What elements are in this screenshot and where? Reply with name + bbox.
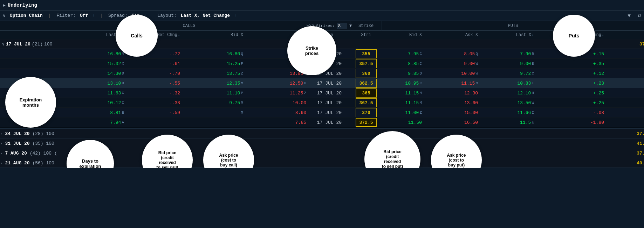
- ask-x-put: 16.50: [424, 117, 480, 127]
- expiry-pct-7aug: 37.94% (±38.028): [606, 148, 644, 158]
- expiry-cell-31jul[interactable]: › 31 JUL 20 (35) 100: [0, 141, 70, 146]
- layout-value[interactable]: Last X, Net Change: [181, 13, 230, 18]
- dropdown-icon[interactable]: ▼: [628, 13, 631, 19]
- option-chain-arrow[interactable]: ∨: [3, 13, 6, 19]
- ask-x-put: 9.00W: [424, 59, 480, 69]
- last-x-call: 8.81E: [70, 108, 126, 117]
- expiry-bid-puts: [382, 39, 424, 49]
- bid-x-put: 10.95C: [382, 78, 424, 88]
- strike-col: 367.5: [350, 98, 382, 108]
- window-icon[interactable]: ⧉: [638, 13, 641, 19]
- expiry-expand-arrow[interactable]: ∨: [2, 42, 5, 47]
- strikes-input[interactable]: [337, 23, 347, 29]
- expiry-days: (21): [32, 42, 43, 47]
- col-bid-x-puts[interactable]: Bid X: [382, 31, 424, 39]
- ask-x-put: 8.05Q: [424, 49, 480, 59]
- col-bid-x-calls[interactable]: Bid X: [182, 31, 245, 39]
- last-x-put: 7.90B: [480, 49, 536, 59]
- expiry-strikes-7aug: 100 (: [43, 151, 57, 156]
- net-chng-put: -.08: [536, 108, 606, 117]
- col-strike: Stri: [350, 31, 382, 39]
- strike-col: 357.5: [350, 59, 382, 69]
- expiry-expand-arrow-21aug[interactable]: ›: [0, 161, 2, 165]
- header-expand-arrow[interactable]: ▶: [3, 2, 6, 8]
- tooltip-puts: Puts: [553, 15, 595, 57]
- empty: [308, 148, 350, 158]
- expiry-expand-arrow-31jul[interactable]: ›: [0, 142, 2, 146]
- expiry-date-31jul: 31 JUL 20: [5, 141, 29, 146]
- empty: [536, 129, 606, 138]
- ask-x-call: 7.85: [245, 117, 308, 127]
- last-x-put: 10.83E: [480, 78, 536, 88]
- last-x-call: 14.30D: [70, 69, 126, 78]
- expiry-strikes: 100: [44, 42, 52, 47]
- expiry-expand-arrow-7aug[interactable]: ›: [0, 151, 2, 156]
- net-chng-call: -.59: [126, 108, 182, 117]
- expiry-strikes-31jul: 100: [46, 141, 54, 146]
- exp-col: 17 JUL 20: [308, 88, 350, 98]
- last-x-call: 10.12C: [70, 98, 126, 108]
- ask-x-call: 10.00: [245, 98, 308, 108]
- net-chng-put: +.12: [536, 69, 606, 78]
- expiry-expand-arrow-24jul[interactable]: ›: [0, 132, 2, 136]
- bid-x-put: 11.50: [382, 117, 424, 127]
- empty: [245, 148, 308, 158]
- empty: [245, 129, 308, 138]
- expiry-cell-24jul[interactable]: › 24 JUL 20 (28) 100: [0, 131, 70, 136]
- col-ask-x-puts[interactable]: Ask X: [424, 31, 480, 39]
- expiry-days-31jul: (35): [32, 141, 43, 146]
- expiry-ask-puts: [424, 39, 480, 49]
- bid-x-put: 11.15M: [382, 98, 424, 108]
- last-x-call: 13.10D: [70, 78, 126, 88]
- tooltip-strike-prices: Strikeprices: [287, 26, 336, 75]
- bid-x-call: 16.80Q: [182, 49, 245, 59]
- empty: [536, 158, 606, 168]
- empty: [245, 158, 308, 168]
- expiry-pct-24jul: 37.24% (±30.592): [606, 129, 644, 138]
- strike-col: 370: [350, 108, 382, 117]
- row-right: [606, 108, 644, 117]
- ask-x-put: 11.15M: [424, 78, 480, 88]
- header-bar: ▶ Underlying: [0, 0, 644, 10]
- row-label: [0, 59, 70, 69]
- last-x-call: 11.63C: [70, 88, 126, 98]
- bid-x-call: 15.25P: [182, 59, 245, 69]
- empty: [308, 138, 350, 148]
- tooltip-calls: Calls: [116, 15, 158, 57]
- table-row: 13.10D -.55 12.35M 12.50H 17 JUL 20 362.…: [0, 78, 644, 88]
- empty: [536, 138, 606, 148]
- net-chng-call: -.38: [126, 98, 182, 108]
- col-last-x-puts[interactable]: Last X↓: [480, 31, 536, 39]
- table-row: 11.63C -.32 11.10P 11.25Z 17 JUL 20 365 …: [0, 88, 644, 98]
- last-x-put: 12.10H: [480, 88, 536, 98]
- strike-col: 372.5: [350, 117, 382, 127]
- bid-x-call: 13.75Z: [182, 69, 245, 78]
- ask-x-call: 8.90: [245, 108, 308, 117]
- net-chng-put: +.25: [536, 98, 606, 108]
- expiry-cell-17jul[interactable]: ∨ 17 JUL 20 (21) 100: [0, 42, 70, 47]
- strike-col: 360: [350, 69, 382, 78]
- col-empty: [0, 31, 70, 39]
- expiry-group-24jul20[interactable]: › 24 JUL 20 (28) 100 37.24% (±30.592): [0, 129, 644, 138]
- ask-x-call: 12.50H: [245, 78, 308, 88]
- expiry-cell-21aug[interactable]: › 21 AUG 20 (56) 100: [0, 161, 70, 166]
- col-empty-right: [606, 31, 644, 39]
- net-chng-call: -.61: [126, 59, 182, 69]
- strike-col: 355: [350, 49, 382, 59]
- option-chain-label: Option Chain: [10, 13, 43, 18]
- empty: [480, 138, 536, 148]
- last-x-call: 7.94A: [70, 117, 126, 127]
- last-x-put: 13.50W: [480, 98, 536, 108]
- empty: [480, 129, 536, 138]
- last-x-put: 9.00B: [480, 59, 536, 69]
- expiry-cell-7aug[interactable]: › 7 AUG 20 (42) 100 (: [0, 151, 70, 156]
- empty: [308, 158, 350, 168]
- ask-x-put: 10.00W: [424, 69, 480, 78]
- last-x-put: 11.5E: [480, 117, 536, 127]
- expiry-date-7aug: 7 AUG 20: [5, 151, 27, 156]
- row-right: [606, 78, 644, 88]
- row-label: [0, 49, 70, 59]
- filter-value[interactable]: Off: [80, 13, 88, 18]
- expiry-pct-31jul: 41.41% (±37.977): [606, 138, 644, 148]
- row-right: [606, 59, 644, 69]
